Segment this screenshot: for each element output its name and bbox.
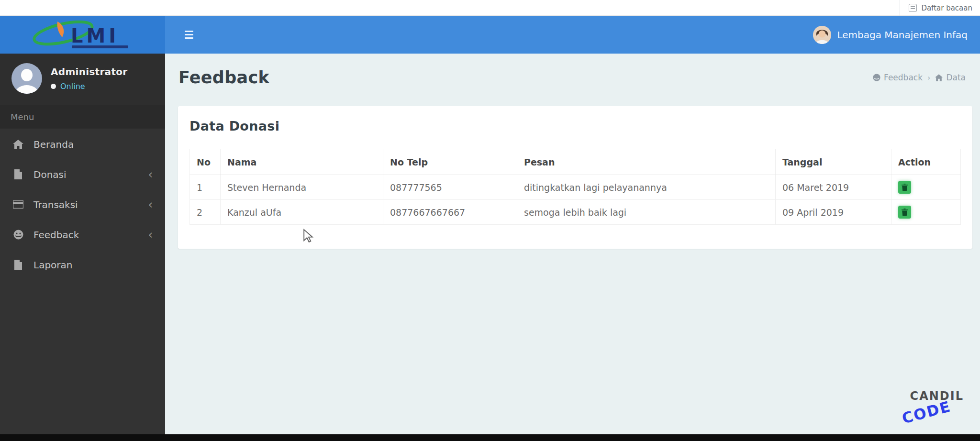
table-row: 2 Kanzul aUfa 0877667667667 semoga lebih… <box>190 200 961 225</box>
sidebar-toggle-button[interactable] <box>179 25 199 44</box>
sidebar-item-label: Laporan <box>33 259 72 271</box>
cell-no: 1 <box>190 175 221 200</box>
sidebar-item-transaksi[interactable]: Transaksi ‹ <box>0 189 165 220</box>
home-icon <box>12 139 24 150</box>
cell-nama: Steven Hernanda <box>221 175 383 200</box>
sidebar: Administrator Online Menu Beranda Donasi… <box>0 54 165 434</box>
file-icon <box>12 169 24 180</box>
card-icon <box>12 199 24 210</box>
feedback-table: No Nama No Telp Pesan Tanggal Action 1 S… <box>189 149 961 225</box>
col-header-nama: Nama <box>221 149 383 175</box>
sidebar-item-label: Feedback <box>33 229 79 241</box>
breadcrumb-data[interactable]: Data <box>935 73 966 82</box>
delete-button[interactable] <box>898 181 911 194</box>
cell-notelp: 0877667667667 <box>383 200 517 225</box>
file-icon <box>12 259 24 271</box>
sidebar-item-feedback[interactable]: Feedback ‹ <box>0 220 165 250</box>
chevron-left-icon: ‹ <box>148 169 153 180</box>
brand-logo[interactable]: LMI <box>0 16 165 54</box>
watermark-line2: CODE <box>900 397 953 427</box>
table-row: 1 Steven Hernanda 087777565 ditingkatkan… <box>190 175 961 200</box>
watermark-line1: CANDIL <box>902 389 964 403</box>
cell-notelp: 087777565 <box>383 175 517 200</box>
navbar-user-label: Lembaga Manajemen Infaq <box>837 29 968 41</box>
reading-list-icon <box>909 4 917 12</box>
chevron-left-icon: ‹ <box>148 229 153 241</box>
cell-tanggal: 06 Maret 2019 <box>776 175 891 200</box>
col-header-no: No <box>190 149 221 175</box>
top-navbar: LMI Lembaga Manajemen Infaq <box>0 16 980 54</box>
page-title: Feedback <box>178 68 269 87</box>
breadcrumb-separator-icon: › <box>927 73 930 82</box>
home-icon <box>935 74 943 81</box>
feedback-icon <box>12 229 24 241</box>
sidebar-item-beranda[interactable]: Beranda <box>0 129 165 159</box>
table-header-row: No Nama No Telp Pesan Tanggal Action <box>190 149 961 175</box>
cell-no: 2 <box>190 200 221 225</box>
sidebar-user-panel: Administrator Online <box>0 54 165 105</box>
navbar-user-menu[interactable]: Lembaga Manajemen Infaq <box>813 16 968 54</box>
cell-pesan: semoga lebih baik lagi <box>517 200 776 225</box>
col-header-action: Action <box>891 149 961 175</box>
trash-icon <box>902 209 908 216</box>
data-donasi-card: Data Donasi No Nama No Telp Pesan Tangga… <box>178 106 972 249</box>
trash-icon <box>902 184 908 191</box>
chevron-left-icon: ‹ <box>148 199 153 210</box>
sidebar-item-donasi[interactable]: Donasi ‹ <box>0 159 165 189</box>
window-bottom-bar <box>0 434 980 441</box>
online-status-label: Online <box>60 82 85 91</box>
reading-list-label: Daftar bacaan <box>921 4 972 12</box>
delete-button[interactable] <box>898 206 911 219</box>
sidebar-item-label: Transaksi <box>33 199 78 210</box>
col-header-pesan: Pesan <box>517 149 776 175</box>
cell-pesan: ditingkatkan lagi pelayanannya <box>517 175 776 200</box>
browser-bookmarks-bar: Daftar bacaan <box>0 0 980 16</box>
svg-text:LMI: LMI <box>71 25 119 47</box>
col-header-tanggal: Tanggal <box>776 149 891 175</box>
online-status-icon <box>51 84 56 89</box>
main-content: Feedback Feedback › Data Data Donasi No … <box>165 54 980 434</box>
lmi-logo-icon: LMI <box>29 20 136 50</box>
user-name: Administrator <box>51 66 127 77</box>
sidebar-item-laporan[interactable]: Laporan <box>0 250 165 280</box>
cell-tanggal: 09 April 2019 <box>776 200 891 225</box>
cell-nama: Kanzul aUfa <box>221 200 383 225</box>
sidebar-item-label: Beranda <box>33 139 74 150</box>
breadcrumb-feedback[interactable]: Feedback <box>873 73 923 82</box>
navbar-body: Lembaga Manajemen Infaq <box>165 16 980 54</box>
feedback-icon <box>873 74 880 81</box>
breadcrumb: Feedback › Data <box>873 73 966 82</box>
sidebar-item-label: Donasi <box>33 169 67 180</box>
user-avatar <box>11 63 42 94</box>
navbar-avatar <box>813 26 831 44</box>
reading-list-button[interactable]: Daftar bacaan <box>900 0 972 16</box>
watermark: CANDIL CODE <box>902 389 964 425</box>
col-header-notelp: No Telp <box>383 149 517 175</box>
sidebar-menu-header: Menu <box>0 105 165 129</box>
card-title: Data Donasi <box>189 119 961 133</box>
